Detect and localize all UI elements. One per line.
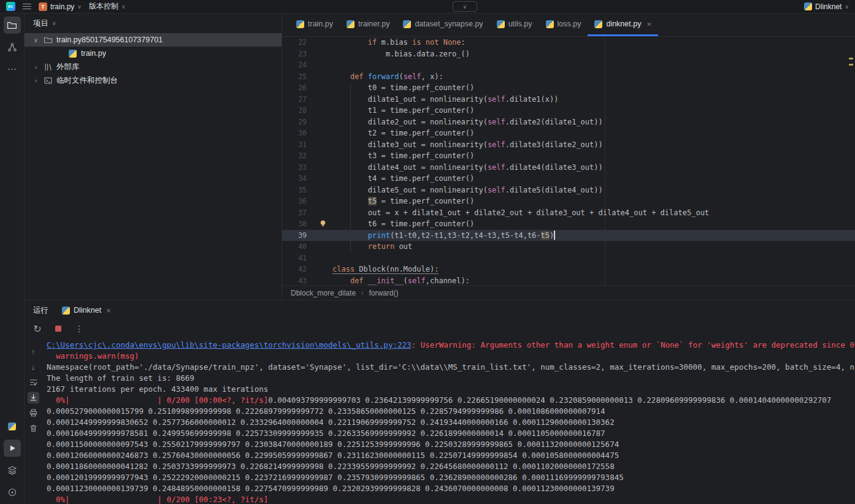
code-text: print(t1-t0,t2-t1,t3-t2,t4-t3,t5-t4,t6-t…	[316, 230, 555, 242]
project-panel-header[interactable]: 项目 ∨	[25, 13, 282, 33]
code-line[interactable]: 30 t2 = time.perf_counter()	[282, 128, 855, 139]
soft-wrap-button[interactable]	[28, 376, 39, 388]
analysis-marker	[849, 58, 853, 59]
code-line[interactable]: 39 print(t1-t0,t2-t1,t3-t2,t4-t3,t5-t4,t…	[282, 230, 855, 242]
code-line[interactable]: 40 return out	[282, 241, 855, 253]
down-stack-trace-button[interactable]: ↓	[28, 361, 39, 373]
print-button[interactable]	[28, 407, 39, 419]
code-line[interactable]: 31 dilate3_out = nonlinearity(self.dilat…	[282, 139, 855, 151]
tree-chevron-icon[interactable]: ›	[32, 77, 40, 84]
python-icon	[347, 20, 355, 28]
services-tool-icon[interactable]	[4, 462, 21, 479]
breadcrumb: Dblock_more_dilate › forward()	[282, 285, 855, 300]
structure-tool-icon[interactable]	[4, 39, 21, 56]
intention-bulb-icon[interactable]	[319, 220, 328, 228]
editor-tab-dinknet-py[interactable]: dinknet.py×	[588, 13, 658, 36]
console-text: 0%| | 0/200 [00:00<?, ?it/s]	[47, 395, 268, 405]
text-caret	[554, 231, 555, 240]
library-icon	[43, 62, 53, 72]
more-options-button[interactable]: ⋮	[74, 323, 85, 334]
project-avatar-icon: T	[39, 2, 47, 11]
python-icon	[594, 20, 602, 28]
chevron-down-icon: ∨	[463, 4, 467, 10]
code-line[interactable]: 41	[282, 253, 855, 264]
run-tab-dlinknet[interactable]: Dlinknet ×	[62, 306, 111, 315]
breadcrumb-method[interactable]: forward()	[369, 289, 398, 297]
code-line[interactable]: 26 t0 = time.perf_counter()	[282, 82, 855, 94]
titlebar: PC T train.py ∨ 版本控制 ∨ ∨ Dlinknet ∨	[0, 0, 855, 13]
run-panel-title[interactable]: 运行	[33, 305, 48, 316]
editor-tab-train-py[interactable]: train.py	[289, 13, 340, 36]
more-tool-windows-icon[interactable]: ⋯	[4, 61, 21, 78]
tab-label: loss.py	[558, 20, 581, 28]
tree-item[interactable]: ›外部库	[25, 60, 282, 74]
console-line: 0.00011860000000041282 0.250373399999997…	[47, 461, 855, 472]
console-line: 2167 iterations per epoch. 433400 max it…	[47, 384, 855, 395]
console-line: Namespace(root_path='./data/Synapse/trai…	[47, 362, 855, 373]
up-stack-trace-button[interactable]: ↑	[28, 346, 39, 357]
console-line: C:\Users\cjc\.conda\envs\gpu\lib\site-pa…	[47, 340, 855, 351]
tree-item[interactable]: train.py	[25, 47, 282, 60]
console-line: 0.00012449999999830652 0.257736600000001…	[47, 417, 855, 428]
code-text: t5 = time.perf_counter()	[316, 196, 474, 207]
editor-tab-utils-py[interactable]: utils.py	[490, 13, 539, 36]
run-config-widget[interactable]: Dlinknet ∨	[804, 2, 849, 11]
console-line: 0.00016049999999978581 0.249959699999998…	[47, 428, 855, 439]
tree-chevron-icon[interactable]: ›	[32, 64, 40, 71]
code-line[interactable]: 22 if m.bias is not None:	[282, 37, 855, 48]
code-line[interactable]: 37 out = x + dilate1_out + dilate2_out +…	[282, 207, 855, 219]
code-line[interactable]: 38 t6 = time.perf_counter()	[282, 218, 855, 230]
breadcrumb-class[interactable]: Dblock_more_dilate	[291, 289, 356, 297]
close-icon[interactable]: ×	[646, 20, 651, 29]
code-text: dilate4_out = nonlinearity(self.dilate4(…	[316, 162, 603, 174]
clear-console-button[interactable]	[28, 422, 39, 434]
scroll-to-end-button[interactable]	[28, 392, 39, 403]
code-line[interactable]: 35 dilate5_out = nonlinearity(self.dilat…	[282, 185, 855, 196]
project-tool-icon[interactable]	[4, 17, 21, 34]
line-number: 24	[282, 59, 316, 71]
endpoints-tool-icon[interactable]	[4, 484, 21, 501]
tree-item[interactable]: ∨train.py8501754956107379701	[25, 33, 282, 47]
python-packages-tool-icon[interactable]	[4, 418, 21, 435]
code-text: t0 = time.perf_counter()	[316, 82, 474, 94]
code-text: t6 = time.perf_counter()	[316, 218, 474, 230]
code-editor[interactable]: 22 if m.bias is not None:23 m.bias.data.…	[282, 37, 855, 285]
console-text: 0.00011230000000139739 0.248489500000001…	[47, 484, 615, 493]
code-line[interactable]: 28 t1 = time.perf_counter()	[282, 105, 855, 116]
run-config-icon	[804, 2, 812, 10]
code-line[interactable]: 42class Dblock(nn.Module):	[282, 264, 855, 275]
editor-tab-trainer-py[interactable]: trainer.py	[340, 13, 396, 36]
code-line[interactable]: 33 dilate4_out = nonlinearity(self.dilat…	[282, 162, 855, 174]
console-text: 0.004093799999999703 0.23642139999999756…	[268, 395, 831, 405]
code-text: dilate1_out = nonlinearity(self.dilate1(…	[316, 94, 558, 105]
editor-tab-loss-py[interactable]: loss.py	[539, 13, 588, 36]
code-line[interactable]: 29 dilate2_out = nonlinearity(self.dilat…	[282, 116, 855, 128]
python-icon	[546, 20, 554, 28]
main-menu-icon[interactable]	[23, 4, 31, 10]
toolbar-dropdown[interactable]: ∨	[453, 1, 478, 12]
code-line[interactable]: 43 def __init__(self,channel):	[282, 275, 855, 286]
stop-button[interactable]	[53, 323, 64, 334]
run-tool-icon[interactable]	[4, 440, 21, 457]
project-widget[interactable]: T train.py ∨	[39, 2, 82, 11]
code-line[interactable]: 34 t4 = time.perf_counter()	[282, 173, 855, 185]
code-line[interactable]: 24	[282, 59, 855, 71]
code-line[interactable]: 32 t3 = time.perf_counter()	[282, 150, 855, 162]
code-line[interactable]: 27 dilate1_out = nonlinearity(self.dilat…	[282, 94, 855, 105]
stop-icon	[55, 326, 61, 332]
rerun-button[interactable]: ↻	[32, 323, 43, 334]
line-number: 32	[282, 150, 316, 162]
line-number: 34	[282, 173, 316, 185]
code-line[interactable]: 23 m.bias.data.zero_()	[282, 48, 855, 60]
console-file-link[interactable]: C:\Users\cjc\.conda\envs\gpu\lib\site-pa…	[47, 340, 412, 349]
tree-item[interactable]: ›临时文件和控制台	[25, 74, 282, 87]
close-icon[interactable]: ×	[106, 306, 111, 315]
console-line: 0.00012060000000246873 0.257604300000000…	[47, 450, 855, 461]
code-line[interactable]: 25 def forward(self, x):	[282, 71, 855, 83]
editor-tab-dataset_synapse-py[interactable]: dataset_synapse.py	[396, 13, 489, 36]
console-text: Namespace(root_path='./data/Synapse/trai…	[47, 362, 855, 372]
code-line[interactable]: 36 t5 = time.perf_counter()	[282, 196, 855, 207]
vcs-widget[interactable]: 版本控制 ∨	[89, 1, 126, 12]
tree-chevron-icon[interactable]: ∨	[32, 37, 40, 44]
pycharm-window: PC T train.py ∨ 版本控制 ∨ ∨ Dlinknet ∨	[0, 0, 855, 504]
